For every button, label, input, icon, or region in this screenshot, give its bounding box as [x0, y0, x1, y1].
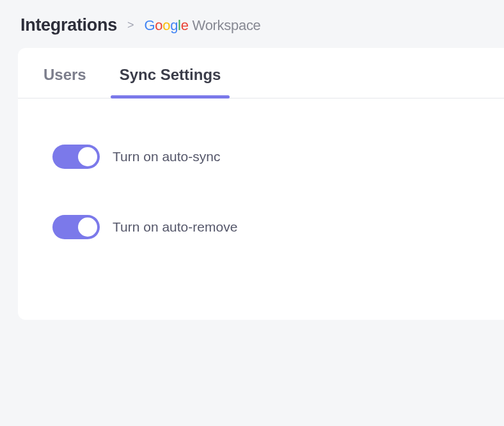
google-logo-letter: G [144, 17, 155, 34]
google-logo-letter: g [170, 17, 178, 34]
google-workspace-logo: G o o g l e Workspace [144, 17, 260, 34]
breadcrumb: Integrations > G o o g l e Workspace [0, 0, 504, 48]
google-logo-letter: o [155, 17, 162, 34]
toggle-knob [78, 147, 97, 166]
tab-sync-settings[interactable]: Sync Settings [114, 48, 226, 98]
breadcrumb-root[interactable]: Integrations [20, 15, 117, 35]
auto-sync-row: Turn on auto-sync [52, 145, 469, 169]
auto-remove-toggle[interactable] [52, 215, 100, 239]
chevron-right-icon: > [127, 19, 134, 32]
tab-bar: Users Sync Settings [18, 48, 504, 99]
workspace-text: Workspace [193, 17, 261, 34]
settings-card: Users Sync Settings Turn on auto-sync Tu… [18, 48, 504, 320]
google-logo-letter: o [162, 17, 170, 34]
auto-sync-label: Turn on auto-sync [113, 149, 220, 164]
google-logo-letter: e [181, 17, 189, 34]
tab-users[interactable]: Users [38, 48, 91, 98]
toggle-knob [78, 217, 97, 237]
settings-body: Turn on auto-sync Turn on auto-remove [18, 99, 504, 311]
auto-sync-toggle[interactable] [52, 145, 100, 169]
auto-remove-label: Turn on auto-remove [113, 219, 237, 235]
auto-remove-row: Turn on auto-remove [52, 215, 469, 239]
